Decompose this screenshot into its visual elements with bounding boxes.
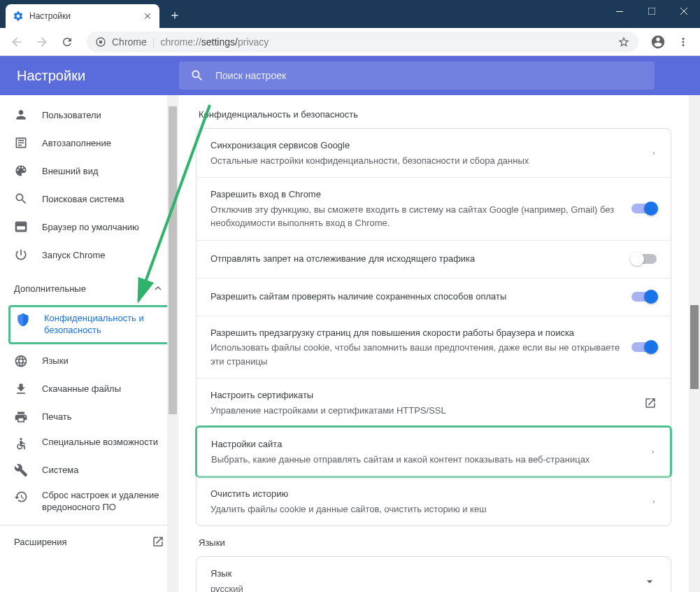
close-window-button[interactable] [668, 0, 700, 22]
sidebar-item-search[interactable]: Поисковая система [0, 185, 178, 213]
setting-row[interactable]: Синхронизация сервисов GoogleОстальные н… [197, 129, 671, 177]
toggle-switch[interactable] [631, 254, 657, 264]
toggle-switch[interactable] [631, 292, 657, 302]
maximize-button[interactable] [636, 0, 668, 22]
setting-row[interactable]: Разрешить вход в ChromeОтключив эту функ… [197, 177, 671, 240]
setting-description: Удалить файлы cookie и данные сайтов, оч… [210, 502, 640, 516]
bookmark-icon[interactable] [617, 36, 630, 48]
sidebar-item-print[interactable]: Печать [0, 403, 178, 431]
back-button[interactable] [6, 31, 28, 53]
close-icon[interactable] [143, 11, 152, 21]
toggle-switch[interactable] [631, 204, 657, 213]
section-title-languages: Языки [199, 537, 683, 548]
setting-title: Очистить историю [210, 487, 640, 501]
setting-title: Разрешить сайтам проверять наличие сохра… [210, 290, 620, 304]
setting-description: Остальные настройки конфиденциальности, … [210, 154, 640, 168]
sidebar-item-label: Печать [42, 411, 72, 422]
setting-row[interactable]: Разрешить сайтам проверять наличие сохра… [197, 278, 671, 316]
annotation-highlight-sidebar: Конфиденциальность и безопасность [8, 305, 173, 344]
person-icon [14, 108, 28, 122]
sidebar-item-browser[interactable]: Браузер по умолчанию [0, 213, 178, 241]
chevron-right-icon [650, 447, 656, 457]
browser-toolbar: Chrome | chrome://settings/privacy [0, 28, 700, 56]
setting-title: Настроить сертификаты [210, 388, 633, 402]
address-bar[interactable]: Chrome | chrome://settings/privacy [87, 31, 638, 52]
sidebar-item-power[interactable]: Запуск Chrome [0, 241, 178, 269]
sidebar-item-label: Скачанные файлы [42, 383, 121, 394]
sidebar-item-autofill[interactable]: Автозаполнение [0, 129, 178, 157]
search-icon [190, 69, 204, 83]
setting-title: Отправлять запрет на отслеживание для ис… [210, 252, 620, 266]
svg-rect-0 [616, 11, 623, 12]
sidebar-item-label: Браузер по умолчанию [42, 222, 139, 232]
launch-icon [644, 397, 657, 409]
sidebar-item-label: Поисковая система [42, 194, 124, 204]
sidebar-item-person[interactable]: Пользователи [0, 101, 178, 129]
sidebar-item-download[interactable]: Скачанные файлы [0, 375, 178, 403]
accessibility-icon [14, 437, 28, 451]
setting-description: Использовать файлы cookie, чтобы запомни… [210, 341, 620, 368]
settings-content: Конфиденциальность и безопасность Синхро… [179, 95, 700, 592]
svg-point-3 [99, 40, 103, 43]
sidebar-item-restore[interactable]: Сброс настроек и удаление вредоносного П… [0, 484, 178, 519]
sidebar-item-globe[interactable]: Языки [0, 347, 178, 375]
window-titlebar: Настройки [0, 0, 700, 28]
privacy-card: Синхронизация сервисов GoogleОстальные н… [196, 128, 671, 526]
svg-point-5 [20, 437, 22, 439]
setting-row[interactable]: Разрешить предзагрузку страниц для повыш… [197, 316, 671, 379]
palette-icon [14, 164, 28, 178]
menu-button[interactable] [672, 31, 694, 53]
section-title-privacy: Конфиденциальность и безопасность [199, 109, 683, 120]
setting-row-language[interactable]: Язык русский [197, 557, 671, 592]
tab-title: Настройки [29, 11, 137, 21]
setting-row[interactable]: Отправлять запрет на отслеживание для ис… [197, 240, 671, 278]
sidebar-item-label: Внешний вид [42, 166, 99, 176]
chevron-down-icon [643, 575, 657, 589]
setting-row[interactable]: Очистить историюУдалить файлы cookie и д… [197, 477, 671, 526]
shield-icon [16, 313, 30, 327]
sidebar-item-label: Сброс настроек и удаление вредоносного П… [42, 490, 164, 514]
gear-icon [13, 10, 24, 22]
sidebar-item-label: Система [42, 465, 78, 475]
setting-title: Разрешить предзагрузку страниц для повыш… [210, 326, 620, 340]
setting-description: Отключив эту функцию, вы сможете входить… [210, 203, 620, 230]
sidebar-item-extensions[interactable]: Расширения [0, 525, 178, 558]
sidebar-item-shield[interactable]: Конфиденциальность и безопасность [10, 307, 171, 342]
launch-icon [152, 535, 164, 548]
setting-description: Выбрать, какие данные отправлять сайтам … [211, 453, 639, 467]
profile-button[interactable] [647, 31, 669, 53]
setting-title: Разрешить вход в Chrome [210, 188, 620, 202]
page-title: Настройки [0, 68, 179, 84]
sidebar-scrollbar[interactable] [167, 95, 178, 592]
sidebar-item-accessibility[interactable]: Специальные возможности [0, 431, 178, 456]
sidebar-section-advanced[interactable]: Дополнительные [0, 274, 178, 302]
url-label: Chrome [112, 36, 147, 48]
power-icon [14, 248, 28, 262]
wrench-icon [14, 463, 28, 477]
sidebar-item-label: Пользователи [42, 110, 101, 120]
settings-sidebar: ПользователиАвтозаполнениеВнешний видПои… [0, 95, 178, 592]
sidebar-item-wrench[interactable]: Система [0, 456, 178, 484]
reload-button[interactable] [56, 31, 78, 53]
chevron-up-icon [152, 282, 164, 295]
minimize-button[interactable] [603, 0, 636, 22]
setting-row[interactable]: Настроить сертификатыУправление настройк… [197, 378, 671, 427]
settings-search[interactable] [179, 62, 655, 90]
sidebar-item-label: Запуск Chrome [42, 250, 106, 260]
search-input[interactable] [215, 70, 643, 81]
setting-row[interactable]: Настройки сайтаВыбрать, какие данные отп… [195, 425, 672, 478]
sidebar-item-label: Специальные возможности [42, 437, 158, 449]
sidebar-item-palette[interactable]: Внешний вид [0, 157, 178, 185]
browser-tab[interactable]: Настройки [6, 4, 159, 28]
setting-description: Управление настройками и сертификатами H… [210, 404, 633, 418]
new-tab-button[interactable] [165, 6, 185, 25]
sidebar-item-label: Языки [42, 355, 69, 366]
chevron-right-icon [651, 148, 657, 158]
forward-button[interactable] [31, 31, 53, 53]
autofill-icon [14, 136, 28, 150]
toggle-switch[interactable] [631, 342, 657, 352]
content-scrollbar[interactable] [689, 95, 700, 592]
sidebar-item-label: Конфиденциальность и безопасность [44, 313, 157, 337]
print-icon [14, 410, 28, 424]
settings-header: Настройки [0, 56, 700, 95]
